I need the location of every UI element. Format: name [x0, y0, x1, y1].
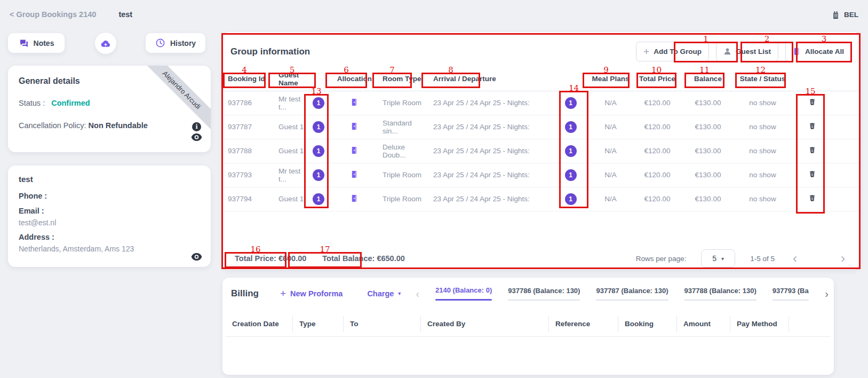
col-balance[interactable]: Balance: [679, 67, 737, 91]
delete-button[interactable]: [788, 115, 860, 139]
sync-button[interactable]: [95, 33, 116, 54]
rows-per-page-select[interactable]: 5 ▾: [701, 249, 735, 267]
email-value: test@est.nl: [19, 218, 200, 227]
nights-badge[interactable]: 1: [556, 91, 585, 115]
billing-tab-937787[interactable]: 937787 (Balance: 130): [596, 287, 668, 301]
billing-tab-937788[interactable]: 937788 (Balance: 130): [684, 287, 756, 301]
status-badge: Confirmed: [51, 99, 90, 107]
address-label: Address :: [19, 233, 200, 241]
plus-icon: +: [643, 46, 649, 57]
delete-button[interactable]: [788, 139, 860, 163]
col-state-status[interactable]: State / Status: [737, 67, 788, 91]
new-proforma-button[interactable]: + New Proforma: [280, 288, 343, 298]
table-header-row: Booking Id Guest Name Allocation Room Ty…: [222, 67, 860, 91]
contact-card: test Phone : Email : test@est.nl Address…: [8, 166, 211, 267]
breadcrumb[interactable]: < Group Bookings 2140: [10, 10, 96, 19]
allocation-door-icon[interactable]: [332, 115, 377, 139]
cell-booking-id: 937793: [222, 163, 273, 187]
col-created-by: Created By: [420, 316, 548, 332]
col-guest-name[interactable]: Guest Name: [273, 67, 305, 91]
property-switcher[interactable]: BEL: [831, 10, 858, 19]
tabs-next-icon[interactable]: ›: [825, 288, 829, 299]
cell-booking-id: 937794: [222, 187, 273, 211]
delete-button[interactable]: [788, 91, 860, 115]
cell-meal-plans: N/A: [585, 187, 636, 211]
allocation-door-icon[interactable]: [332, 91, 377, 115]
cell-meal-plans: N/A: [585, 115, 636, 139]
billing-tab-937786[interactable]: 937786 (Balance: 130): [508, 287, 580, 301]
col-meal-plans[interactable]: Meal Plans: [585, 67, 636, 91]
cell-balance: €130.00: [679, 163, 737, 187]
group-information-panel: Group information + Add To Group Guest L…: [222, 32, 860, 270]
rows-per-page-value: 5: [712, 254, 716, 263]
table-row[interactable]: 937793 Mr test t... 1 Triple Room 23 Apr…: [222, 163, 860, 187]
next-page-icon[interactable]: ›: [838, 252, 848, 265]
cell-dates: 23 Apr 25 / 24 Apr 25 - Nights:: [428, 91, 556, 115]
chevron-down-icon: ▾: [721, 256, 724, 262]
table-row[interactable]: 937787 Guest 1 1 Standard sin... 23 Apr …: [222, 115, 860, 139]
eye-icon[interactable]: [191, 133, 202, 141]
guest-count-badge[interactable]: 1: [305, 91, 332, 115]
contact-title: test: [19, 175, 200, 184]
cell-guest-name: Mr test t...: [273, 91, 305, 115]
chevron-down-icon: ▾: [398, 290, 401, 296]
col-nights: [556, 67, 585, 91]
cell-status: no show: [737, 91, 788, 115]
charge-dropdown[interactable]: Charge ▾: [367, 289, 401, 298]
nights-badge[interactable]: 1: [556, 163, 585, 187]
table-row[interactable]: 937786 Mr test t... 1 Triple Room 23 Apr…: [222, 91, 860, 115]
col-total-price[interactable]: Total Price: [636, 67, 679, 91]
guest-list-label: Guest List: [736, 48, 771, 56]
nights-badge[interactable]: 1: [556, 115, 585, 139]
cell-status: no show: [737, 139, 788, 163]
cell-dates: 23 Apr 25 / 24 Apr 25 - Nights:: [428, 187, 556, 211]
cell-meal-plans: N/A: [585, 163, 636, 187]
chat-icon: [19, 38, 29, 48]
guest-count-badge[interactable]: 1: [305, 115, 332, 139]
table-row[interactable]: 937794 Guest 1 1 Triple Room 23 Apr 25 /…: [222, 187, 860, 211]
person-icon: [723, 48, 731, 56]
col-allocation[interactable]: Allocation: [332, 67, 377, 91]
allocation-door-icon[interactable]: [332, 163, 377, 187]
billing-title: Billing: [231, 288, 259, 299]
info-icon[interactable]: i: [192, 122, 201, 131]
col-reference: Reference: [548, 316, 618, 332]
allocate-all-button[interactable]: Allocate All: [785, 42, 851, 61]
prev-page-icon[interactable]: ‹: [790, 252, 800, 265]
add-to-group-button[interactable]: + Add To Group: [636, 42, 709, 61]
total-price-summary: Total Price: €600.00: [230, 251, 310, 265]
delete-button[interactable]: [788, 187, 860, 211]
tab-test[interactable]: test: [118, 10, 132, 19]
col-actions: [788, 67, 860, 91]
guest-count-badge[interactable]: 1: [305, 187, 332, 211]
billing-tabs: ‹ 2140 (Balance: 0) 937786 (Balance: 130…: [416, 286, 829, 301]
cell-booking-id: 937788: [222, 139, 273, 163]
nights-badge[interactable]: 1: [556, 187, 585, 211]
cell-status: no show: [737, 115, 788, 139]
cell-total-price: €120.00: [636, 187, 679, 211]
cell-total-price: €120.00: [636, 91, 679, 115]
guest-list-button[interactable]: Guest List: [716, 42, 778, 61]
col-booking-id[interactable]: Booking Id: [222, 67, 273, 91]
billing-tab-937793[interactable]: 937793 (Balance: [773, 287, 809, 301]
table-row[interactable]: 937788 Guest 1 1 Deluxe Doub... 23 Apr 2…: [222, 139, 860, 163]
col-room-type[interactable]: Room Type: [377, 67, 428, 91]
col-type: Type: [292, 316, 343, 332]
cell-balance: €130.00: [679, 187, 737, 211]
cell-dates: 23 Apr 25 / 24 Apr 25 - Nights:: [428, 115, 556, 139]
tabs-prev-icon[interactable]: ‹: [416, 288, 419, 299]
guest-count-badge[interactable]: 1: [305, 139, 332, 163]
history-button[interactable]: History: [146, 33, 205, 53]
allocation-door-icon[interactable]: [332, 139, 377, 163]
allocation-door-icon[interactable]: [332, 187, 377, 211]
delete-button[interactable]: [788, 163, 860, 187]
guest-count-badge[interactable]: 1: [305, 163, 332, 187]
billing-table-header: Creation Date Type To Created By Referen…: [226, 316, 831, 337]
property-code: BEL: [844, 11, 858, 19]
notes-button[interactable]: Notes: [8, 33, 65, 53]
eye-icon[interactable]: [191, 253, 202, 261]
nights-badge[interactable]: 1: [556, 139, 585, 163]
add-to-group-label: Add To Group: [654, 48, 702, 56]
billing-tab-2140[interactable]: 2140 (Balance: 0): [435, 286, 492, 301]
col-arrival-departure[interactable]: Arrival / Departure: [428, 67, 556, 91]
